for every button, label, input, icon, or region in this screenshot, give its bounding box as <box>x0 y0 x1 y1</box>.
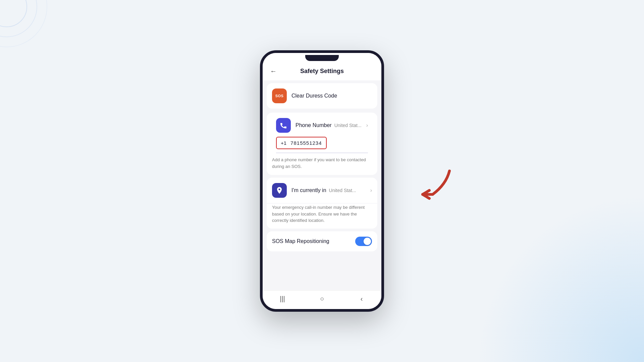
location-section-card: I'm currently in United Stat... › Your e… <box>267 178 377 229</box>
phone-number-box[interactable]: +1 7815551234 <box>276 137 327 149</box>
location-chevron-icon: › <box>370 187 372 193</box>
location-helper: Your emergency call-in number may be dif… <box>267 203 377 229</box>
location-sub: United Stat... <box>329 188 356 193</box>
phone-top-bar <box>263 53 381 63</box>
sos-map-toggle[interactable] <box>355 237 372 246</box>
phone-digits: 7815551234 <box>290 140 322 146</box>
phone-frame: ← Safety Settings SOS Clear Duress Code <box>260 50 384 312</box>
country-code: +1 <box>281 140 286 146</box>
svg-point-1 <box>0 0 37 37</box>
phone-notch <box>305 55 339 61</box>
background-glow <box>476 194 644 362</box>
phone-row: Phone Number United Stat... › <box>276 118 368 133</box>
sos-badge: SOS <box>272 88 287 103</box>
nav-menu-icon[interactable]: ||| <box>275 292 290 306</box>
svg-point-0 <box>0 0 27 27</box>
location-helper-text: Your emergency call-in number may be dif… <box>272 205 365 223</box>
phone-row-text: Phone Number United Stat... <box>296 122 362 128</box>
location-row-text: I'm currently in United Stat... <box>291 187 366 193</box>
location-icon <box>275 186 283 194</box>
phone-icon-box <box>276 118 291 133</box>
location-row-container[interactable]: I'm currently in United Stat... › <box>267 178 377 203</box>
phone-helper-text: Add a phone number if you want to be con… <box>272 157 366 169</box>
toggle-thumb <box>364 238 371 245</box>
annotation-arrow <box>406 168 453 208</box>
phone-row-container[interactable]: Phone Number United Stat... › +1 7815551… <box>271 113 373 153</box>
phone-icon <box>279 121 287 129</box>
app-header: ← Safety Settings <box>263 63 381 80</box>
page-title: Safety Settings <box>279 68 365 75</box>
sos-card[interactable]: SOS Clear Duress Code <box>267 83 377 109</box>
sos-label: Clear Duress Code <box>291 93 337 99</box>
svg-point-2 <box>0 0 47 47</box>
bottom-nav: ||| ○ ‹ <box>263 290 381 309</box>
input-line: +1 7815551234 <box>276 137 368 153</box>
sos-map-label: SOS Map Repositioning <box>272 238 329 244</box>
phone-section-card: Phone Number United Stat... › +1 7815551… <box>267 113 377 175</box>
background-decoration <box>0 0 80 80</box>
phone-helper: Add a phone number if you want to be con… <box>267 153 377 175</box>
back-button[interactable]: ← <box>268 66 279 76</box>
back-arrow-icon: ← <box>270 67 277 75</box>
sos-row: SOS Clear Duress Code <box>272 88 372 103</box>
phone-chevron-icon: › <box>366 122 368 128</box>
location-label: I'm currently in <box>291 187 326 193</box>
phone-input-wrapper: +1 7815551234 <box>276 133 368 153</box>
phone-country-sub: United Stat... <box>334 123 362 128</box>
content-area: SOS Clear Duress Code Phone Number Unite… <box>263 80 381 290</box>
location-row: I'm currently in United Stat... › <box>272 183 372 198</box>
phone-number-label: Phone Number <box>296 122 332 128</box>
location-icon-box <box>272 183 287 198</box>
nav-back-icon[interactable]: ‹ <box>354 292 369 306</box>
nav-home-icon[interactable]: ○ <box>315 292 329 306</box>
sos-map-card: SOS Map Repositioning <box>267 231 377 251</box>
